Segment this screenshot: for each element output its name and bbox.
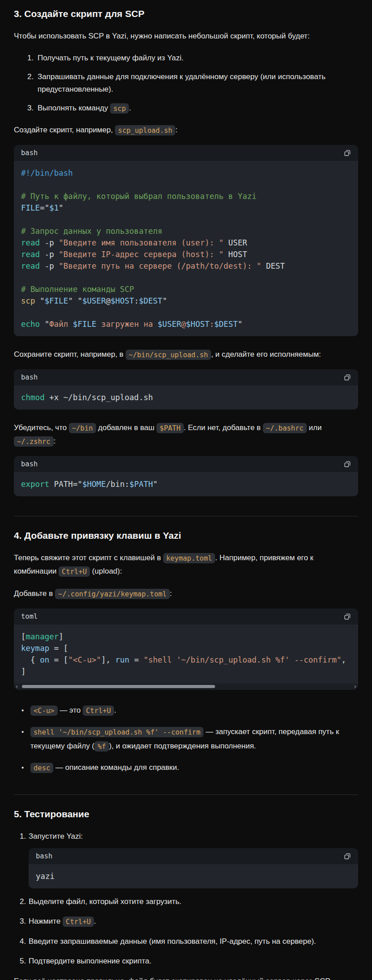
inline-code: desc — [30, 763, 53, 773]
code-line — [21, 179, 351, 190]
code-line: yazi — [36, 870, 351, 882]
inline-code: keymap.toml — [163, 553, 216, 563]
code-token: " — [59, 203, 63, 212]
text-run: ), и ожидает подтверждения выполнения. — [109, 742, 256, 750]
bullet-item: <C-u> — это Ctrl+U. — [14, 703, 358, 718]
code-line: #!/bin/bash — [21, 167, 351, 179]
inline-code: ~/bin — [69, 423, 96, 433]
scroll-right-arrow-icon[interactable] — [355, 685, 356, 689]
code-line: { on = ["<C-u>"], run = "shell '~/bin/sc… — [21, 654, 351, 666]
copy-code-button[interactable] — [342, 372, 352, 382]
copy-icon — [343, 612, 351, 621]
code-line: read -p "Введите имя пользователя (user)… — [21, 237, 351, 249]
code-token: read — [21, 250, 40, 259]
copy-icon — [343, 149, 351, 157]
code-token: $HOME — [82, 480, 106, 489]
code-content: yazi — [29, 864, 358, 888]
code-token: { — [21, 655, 40, 664]
text-run: — описание команды для справки. — [53, 763, 179, 772]
section3-numbered-list: Получать путь к текущему файлу из Yazi. … — [14, 52, 358, 114]
code-token: run — [115, 655, 130, 664]
code-token: on — [40, 655, 49, 664]
code-token: " " — [68, 296, 82, 305]
code-token: #!/bin/bash — [21, 169, 73, 177]
text-run: . — [129, 104, 131, 112]
copy-icon — [343, 373, 351, 381]
inline-code: Ctrl+U — [63, 917, 94, 927]
list-item: Введите запрашиваемые данные (имя пользо… — [14, 935, 358, 948]
code-content: [manager]keymap = [ { on = ["<C-u>"], ru… — [14, 625, 358, 684]
code-token: " — [153, 480, 158, 489]
code-token: загружен на — [97, 320, 158, 329]
code-line: read -p "Введите путь на сервере (/path/… — [21, 260, 351, 272]
bullet-item: shell '~/bin/scp_upload.sh %f' --confirm… — [14, 725, 358, 753]
code-token: $FILE — [45, 296, 68, 305]
code-token: chmod — [21, 393, 45, 402]
code-block-export-path: bash export PATH="$HOME/bin:$PATH" — [14, 456, 358, 496]
code-token: = [ — [49, 655, 68, 664]
text-run: Выполнять команду — [38, 104, 110, 112]
code-block-keymap-toml: toml [manager]keymap = [ { on = ["<C-u>"… — [14, 608, 358, 690]
code-token: yazi — [36, 872, 55, 881]
code-token: ] — [59, 632, 63, 641]
code-token: [ — [21, 632, 26, 641]
list-item: Запустите Yazi: bash yazi — [14, 830, 358, 888]
code-token: "Введите путь на сервере (/path/to/dest)… — [59, 262, 261, 270]
save-script-paragraph: Сохраните скрипт, например, в ~/bin/scp_… — [14, 348, 358, 361]
code-token: $1 — [49, 203, 59, 212]
code-token: keymap — [21, 644, 49, 653]
text-run: Сохраните скрипт, например, в — [14, 350, 126, 359]
code-token: = — [129, 655, 144, 664]
text-run: , и сделайте его исполняемым: — [211, 350, 321, 359]
code-token: " — [35, 296, 45, 305]
chat-message-content: 3. Создайте скрипт для SCP Чтобы использ… — [0, 0, 372, 980]
copy-code-button[interactable] — [342, 148, 352, 158]
inline-code: $PATH — [156, 423, 184, 433]
text-run: Введите запрашиваемые данные (имя пользо… — [29, 937, 316, 946]
scroll-left-arrow-icon[interactable] — [16, 685, 17, 689]
scrollbar-thumb[interactable] — [22, 685, 215, 688]
code-token: $PATH — [129, 480, 153, 489]
text-run: или — [307, 423, 322, 432]
code-block-header: bash — [14, 456, 358, 472]
text-run: Получать путь к текущему файлу из Yazi. — [38, 54, 183, 62]
code-token: " — [238, 320, 243, 329]
code-token: DEST — [261, 262, 285, 270]
text-run: (upload): — [90, 567, 122, 575]
horizontal-scrollbar[interactable] — [14, 684, 358, 690]
code-line: # Выполнение команды SCP — [21, 283, 351, 295]
code-block-yazi: bash yazi — [29, 848, 358, 888]
code-content: #!/bin/bash# Путь к файлу, который выбра… — [14, 161, 358, 336]
section5-numbered-list: Запустите Yazi: bash yazi Выделите файл,… — [14, 830, 358, 967]
inline-code: ~/.zshrc — [14, 436, 54, 447]
text-run: Запустите Yazi: — [29, 832, 83, 841]
code-block-header: bash — [14, 145, 358, 161]
list-item: Нажмите Ctrl+U. — [14, 915, 358, 928]
code-line: export PATH="$HOME/bin:$PATH" — [21, 478, 351, 490]
code-token: -p — [40, 250, 59, 259]
code-block-chmod: bash chmod +x ~/bin/scp_upload.sh — [14, 369, 358, 410]
code-token: +x ~/bin/scp_upload.sh — [45, 393, 153, 402]
code-token: : — [210, 320, 215, 329]
text-run: Подтвердите выполнение скрипта. — [29, 957, 152, 965]
inline-code: ~/bin/scp_upload.sh — [126, 350, 211, 360]
code-language-label: bash — [21, 149, 38, 157]
copy-code-button[interactable] — [342, 459, 352, 469]
text-run: Нажмите — [29, 917, 63, 925]
code-token: $DEST — [214, 320, 238, 329]
copy-code-button[interactable] — [342, 612, 352, 621]
text-run: Теперь свяжите этот скрипт с клавишей в — [14, 553, 163, 562]
code-block-header: bash — [14, 369, 358, 385]
code-token: -p — [40, 262, 59, 270]
code-token: " — [162, 296, 167, 305]
code-language-label: bash — [36, 850, 52, 863]
code-token: -p — [40, 238, 59, 247]
code-token: "<C-u>" — [68, 655, 101, 664]
code-token: /bin: — [106, 480, 130, 489]
text-run: Запрашивать данные для подключения к уда… — [38, 72, 326, 93]
code-token: "shell '~/bin/scp_upload.sh %f' --confir… — [144, 655, 342, 664]
inline-code: shell '~/bin/scp_upload.sh %f' --confirm — [30, 727, 203, 737]
code-token: @ — [181, 320, 186, 329]
text-run: : — [54, 437, 56, 445]
copy-code-button[interactable] — [342, 851, 352, 861]
